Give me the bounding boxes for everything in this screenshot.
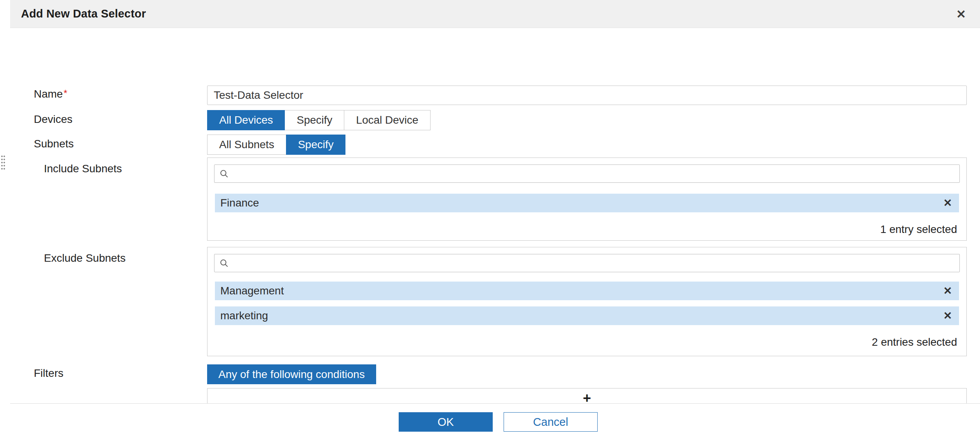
name-label: Name* <box>34 88 67 100</box>
dialog-footer: OK Cancel <box>10 403 980 441</box>
exclude-subnets-summary: 2 entries selected <box>872 336 957 348</box>
ok-button[interactable]: OK <box>399 412 493 432</box>
devices-label: Devices <box>34 113 73 126</box>
remove-entry-icon[interactable]: ✕ <box>943 310 952 322</box>
name-label-text: Name <box>34 88 63 100</box>
remove-entry-icon[interactable]: ✕ <box>943 285 952 297</box>
devices-option-local-device[interactable]: Local Device <box>344 110 430 130</box>
include-subnets-search-input[interactable] <box>229 165 959 182</box>
devices-option-all-devices[interactable]: All Devices <box>207 110 285 130</box>
cancel-button[interactable]: Cancel <box>504 412 598 432</box>
include-subnet-entry: Finance ✕ <box>215 194 959 212</box>
devices-option-specify[interactable]: Specify <box>284 110 344 130</box>
subnets-option-all-subnets[interactable]: All Subnets <box>207 135 286 155</box>
remove-entry-icon[interactable]: ✕ <box>943 197 952 209</box>
filters-label: Filters <box>34 367 63 380</box>
drag-handle-icon[interactable] <box>1 155 6 171</box>
exclude-subnet-entry: marketing ✕ <box>215 306 959 325</box>
subnets-button-group: All Subnets Specify <box>207 135 345 155</box>
close-icon[interactable]: ✕ <box>956 0 966 28</box>
dialog-body: Name* Devices All Devices Specify Local … <box>10 28 980 404</box>
search-icon <box>219 169 229 179</box>
subnets-label: Subnets <box>34 138 74 150</box>
dialog-title: Add New Data Selector <box>21 7 146 20</box>
exclude-subnets-label: Exclude Subnets <box>44 252 126 264</box>
exclude-subnet-entry: Management ✕ <box>215 282 959 300</box>
include-subnet-entry-label: Finance <box>220 197 259 209</box>
subnets-option-specify[interactable]: Specify <box>286 135 346 155</box>
search-icon <box>219 258 229 268</box>
exclude-subnet-entry-label: Management <box>220 285 284 297</box>
exclude-subnets-box: Management ✕ marketing ✕ 2 entries selec… <box>207 247 967 356</box>
name-input[interactable] <box>207 86 967 105</box>
include-subnets-search <box>214 164 960 183</box>
dialog-header: Add New Data Selector ✕ <box>10 0 980 28</box>
include-subnets-summary: 1 entry selected <box>880 223 957 236</box>
exclude-subnet-entry-label: marketing <box>220 310 268 322</box>
exclude-subnets-search-input[interactable] <box>229 254 959 272</box>
include-subnets-box: Finance ✕ 1 entry selected <box>207 158 967 241</box>
exclude-subnets-search <box>214 254 960 272</box>
required-marker: * <box>64 88 67 98</box>
filters-condition-button[interactable]: Any of the following conditions <box>207 364 376 384</box>
devices-button-group: All Devices Specify Local Device <box>207 110 431 130</box>
include-subnets-label: Include Subnets <box>44 163 122 175</box>
